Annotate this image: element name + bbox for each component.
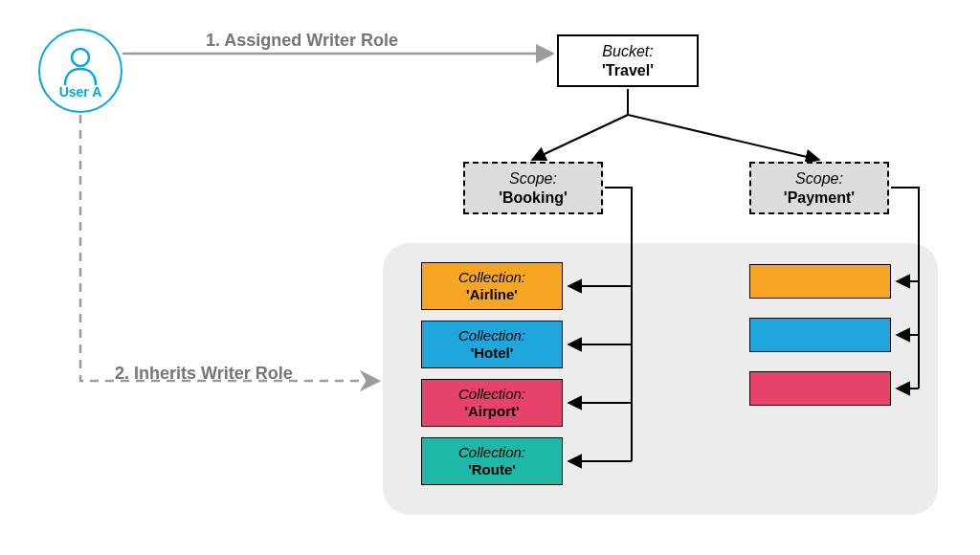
collection-name: 'Route' [422, 461, 562, 478]
collection-name: 'Hotel' [422, 344, 562, 362]
diagram-canvas: User A 1. Assigned Writer Role 2. Inheri… [0, 0, 980, 555]
collection-type: Collection: [422, 269, 562, 286]
user-icon [61, 46, 100, 86]
collection-blank-orange [749, 264, 891, 299]
scope-payment: Scope: 'Payment' [749, 162, 889, 214]
collection-name: 'Airline' [422, 286, 562, 303]
collection-blank-blue [749, 318, 891, 352]
collection-type: Collection: [422, 327, 562, 344]
collection-airport: Collection: 'Airport' [421, 379, 563, 427]
bucket-name: 'Travel' [559, 61, 697, 80]
scope-type: Scope: [751, 169, 887, 189]
label-assigned-role: 1. Assigned Writer Role [206, 31, 398, 51]
collection-route: Collection: 'Route' [421, 437, 563, 485]
user-label: User A [38, 84, 122, 100]
scope-type: Scope: [465, 169, 601, 189]
scope-name: 'Booking' [465, 189, 601, 208]
bucket-type: Bucket: [559, 42, 697, 61]
bucket-travel: Bucket: 'Travel' [557, 34, 699, 87]
collection-type: Collection: [422, 444, 562, 461]
collection-airline: Collection: 'Airline' [421, 262, 563, 310]
collection-blank-pink [749, 371, 891, 406]
collection-hotel: Collection: 'Hotel' [421, 321, 563, 368]
collection-name: 'Airport' [422, 403, 562, 420]
user-node [38, 29, 122, 113]
scope-booking: Scope: 'Booking' [463, 162, 603, 214]
collection-type: Collection: [422, 386, 562, 403]
label-inherits-role: 2. Inherits Writer Role [115, 364, 293, 384]
svg-point-8 [72, 49, 89, 66]
scope-name: 'Payment' [751, 189, 887, 208]
